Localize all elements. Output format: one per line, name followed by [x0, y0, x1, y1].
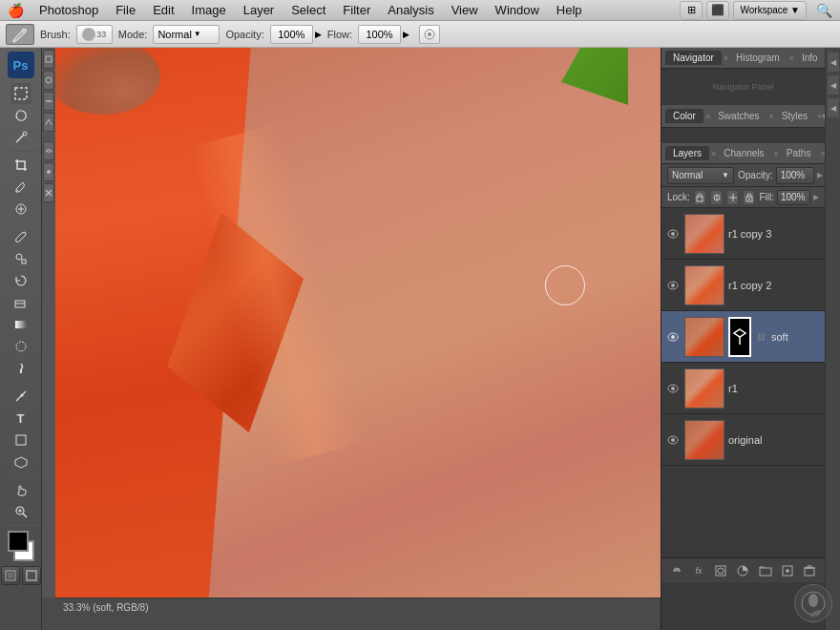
collapse-btn-3[interactable]: ◀ — [827, 97, 840, 118]
layer-thumb-soft — [684, 317, 724, 357]
apple-menu[interactable]: 🍎 — [8, 3, 24, 18]
lock-position-btn[interactable] — [726, 190, 739, 205]
tab-channels[interactable]: Channels — [716, 146, 771, 160]
add-fx-btn[interactable]: fx — [689, 561, 708, 580]
tab-paths[interactable]: Paths — [779, 146, 819, 160]
layer-visibility-r1copy3[interactable] — [665, 226, 681, 242]
add-adjustment-btn[interactable] — [733, 561, 752, 580]
tool-zoom[interactable] — [10, 501, 32, 522]
top-panel: Navigator × Histogram × Info × ▾ Navigat… — [662, 48, 825, 105]
opacity-control[interactable]: 100% ▶ — [270, 25, 322, 44]
strip-btn-3[interactable] — [43, 92, 54, 111]
layer-row-r1[interactable]: r1 — [662, 363, 825, 414]
strip-btn-2[interactable] — [43, 71, 54, 90]
tab-navigator[interactable]: Navigator — [665, 51, 722, 65]
flow-input[interactable]: 100% — [358, 25, 401, 44]
screen-mode-btn[interactable] — [22, 566, 41, 585]
tool-magic-wand[interactable] — [10, 127, 32, 148]
tool-shape[interactable] — [10, 430, 32, 451]
flow-control[interactable]: 100% ▶ — [358, 25, 410, 44]
search-icon[interactable]: 🔍 — [816, 3, 832, 18]
tool-marquee[interactable] — [10, 83, 32, 104]
layer-visibility-r1[interactable] — [665, 381, 681, 396]
add-layer-btn[interactable] — [778, 561, 797, 580]
menu-edit[interactable]: Edit — [145, 1, 181, 19]
lock-transparency-btn[interactable] — [694, 190, 706, 205]
layer-name-soft: soft — [771, 331, 821, 343]
tool-hand[interactable] — [10, 479, 32, 500]
fill-stepper[interactable]: ▶ — [813, 193, 819, 201]
tool-eraser[interactable] — [10, 292, 32, 313]
svg-rect-3 — [15, 88, 27, 99]
menu-help[interactable]: Help — [549, 1, 590, 19]
tool-pen[interactable] — [10, 386, 32, 407]
layer-row-r1copy3[interactable]: r1 copy 3 — [662, 208, 825, 260]
menu-view[interactable]: View — [444, 1, 486, 19]
strip-btn-5[interactable] — [43, 141, 54, 160]
tool-3d[interactable] — [10, 452, 32, 472]
tab-info[interactable]: Info — [794, 51, 826, 65]
svg-rect-14 — [15, 321, 27, 328]
tab-swatches[interactable]: Swatches — [710, 109, 766, 123]
strip-btn-7[interactable] — [43, 183, 54, 202]
tool-gradient[interactable] — [10, 314, 32, 335]
tool-blur[interactable] — [10, 336, 32, 357]
menu-photoshop[interactable]: Photoshop — [32, 1, 106, 19]
fill-value[interactable]: 100% — [777, 190, 810, 205]
tab-color[interactable]: Color — [665, 109, 704, 123]
layer-visibility-soft[interactable] — [665, 329, 681, 345]
menu-analysis[interactable]: Analysis — [380, 1, 441, 19]
screen-mode-button[interactable]: ⊞ — [680, 1, 703, 20]
opacity-stepper[interactable]: ▶ — [817, 171, 823, 179]
airbrush-button[interactable] — [419, 25, 440, 44]
tool-clone-stamp[interactable] — [10, 248, 32, 269]
tab-styles[interactable]: Styles — [774, 109, 815, 123]
delete-layer-btn[interactable] — [800, 561, 819, 580]
foreground-color[interactable] — [8, 531, 29, 552]
fg-bg-colors[interactable] — [4, 531, 38, 561]
layer-thumb-image — [685, 215, 724, 253]
layer-row-r1copy2[interactable]: r1 copy 2 — [662, 260, 825, 311]
blend-mode-dropdown[interactable]: Normal▼ — [667, 167, 734, 184]
menu-window[interactable]: Window — [488, 1, 547, 19]
brush-size-button[interactable]: 33 — [76, 25, 113, 44]
lock-image-btn[interactable] — [710, 190, 723, 205]
tool-brush[interactable] — [10, 226, 32, 247]
opacity-value[interactable]: 100% — [776, 167, 814, 184]
svg-point-42 — [671, 335, 675, 339]
mode-dropdown[interactable]: Normal ▼ — [153, 25, 220, 44]
tool-text[interactable]: T — [10, 408, 32, 429]
menu-select[interactable]: Select — [284, 1, 333, 19]
menu-filter[interactable]: Filter — [335, 1, 378, 19]
layer-row-soft[interactable]: ⛓ soft — [662, 311, 825, 363]
menu-file[interactable]: File — [108, 1, 143, 19]
strip-btn-1[interactable] — [43, 50, 54, 69]
layer-row-original[interactable]: original — [662, 414, 825, 466]
strip-btn-6[interactable] — [43, 162, 54, 181]
layer-mask-soft[interactable] — [728, 317, 751, 357]
layer-visibility-original[interactable] — [665, 432, 681, 448]
collapse-btn-1[interactable]: ◀ — [827, 52, 840, 73]
add-group-btn[interactable] — [756, 561, 775, 580]
tool-lasso[interactable] — [10, 105, 32, 126]
menu-layer[interactable]: Layer — [236, 1, 283, 19]
quick-mask-button[interactable] — [1, 566, 20, 585]
tab-layers[interactable]: Layers — [665, 146, 709, 160]
strip-btn-4[interactable] — [43, 113, 54, 132]
menu-image[interactable]: Image — [184, 1, 234, 19]
collapse-btn-2[interactable]: ◀ — [827, 74, 840, 95]
lock-all-btn[interactable] — [743, 190, 755, 205]
bridge-button[interactable]: ⬛ — [706, 1, 729, 20]
tool-dodge[interactable] — [10, 358, 32, 379]
tool-spot-healing[interactable] — [10, 199, 32, 220]
layer-thumb-r1copy2 — [684, 265, 724, 305]
opacity-input[interactable]: 100% — [270, 25, 313, 44]
link-layers-btn[interactable] — [667, 561, 686, 580]
tool-eyedropper[interactable] — [10, 177, 32, 198]
layer-visibility-r1copy2[interactable] — [665, 278, 681, 293]
tool-history-brush[interactable] — [10, 270, 32, 291]
add-mask-btn[interactable] — [711, 561, 730, 580]
tab-histogram[interactable]: Histogram — [728, 51, 788, 65]
tool-crop[interactable] — [10, 155, 32, 176]
workspace-dropdown[interactable]: Workspace ▼ — [733, 1, 807, 20]
